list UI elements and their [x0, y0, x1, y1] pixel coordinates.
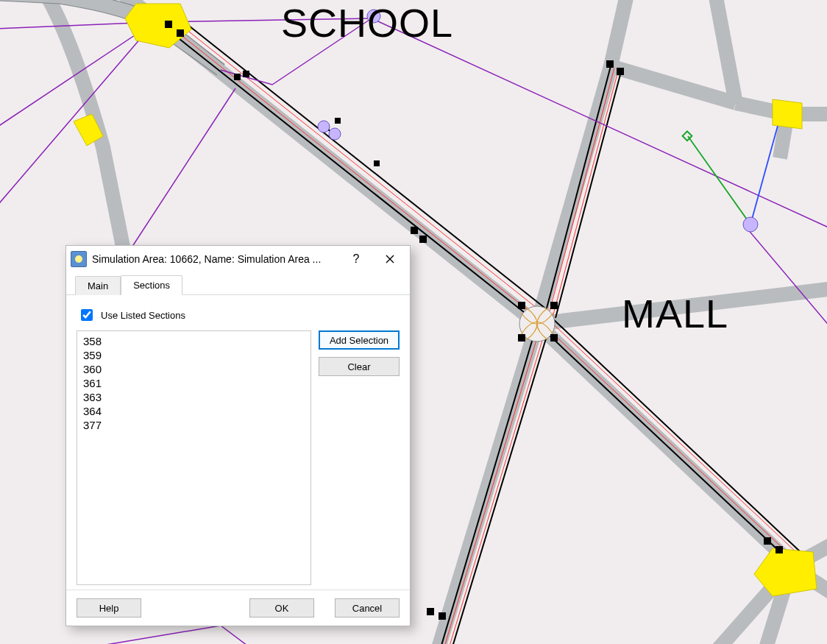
svg-rect-8: [411, 227, 418, 234]
svg-rect-12: [518, 334, 525, 342]
help-icon[interactable]: ?: [339, 248, 373, 270]
list-item[interactable]: 358: [82, 334, 306, 348]
svg-rect-14: [606, 60, 614, 68]
tab-bar: Main Sections: [66, 272, 410, 295]
dialog-footer: Help OK Cancel: [66, 590, 410, 626]
add-selection-button[interactable]: Add Selection: [319, 330, 400, 350]
svg-point-21: [318, 121, 330, 132]
svg-rect-17: [775, 546, 783, 553]
clear-button[interactable]: Clear: [319, 357, 400, 376]
sections-listbox[interactable]: 358359360361363364377: [77, 330, 311, 585]
tab-main[interactable]: Main: [75, 276, 121, 295]
list-item[interactable]: 363: [82, 390, 306, 404]
svg-rect-7: [374, 160, 380, 166]
app-icon: [71, 251, 87, 267]
dialog-title: Simulation Area: 10662, Name: Simulation…: [92, 253, 339, 265]
svg-rect-3: [234, 74, 241, 80]
svg-rect-6: [335, 118, 341, 124]
svg-rect-19: [439, 612, 446, 620]
ok-button[interactable]: OK: [249, 598, 314, 618]
use-listed-sections-row[interactable]: Use Listed Sections: [78, 307, 400, 323]
svg-rect-15: [617, 68, 624, 75]
svg-rect-13: [550, 334, 558, 342]
svg-rect-10: [518, 302, 525, 309]
svg-rect-11: [550, 302, 558, 309]
svg-rect-1: [165, 21, 172, 28]
list-item[interactable]: 361: [82, 376, 306, 390]
svg-rect-16: [764, 537, 771, 545]
tab-sections[interactable]: Sections: [121, 275, 182, 295]
simulation-area-dialog: Simulation Area: 10662, Name: Simulation…: [65, 245, 411, 626]
svg-rect-2: [177, 29, 184, 37]
help-button[interactable]: Help: [77, 598, 141, 618]
svg-point-20: [367, 10, 380, 23]
use-listed-sections-label: Use Listed Sections: [101, 310, 185, 321]
svg-rect-9: [419, 236, 427, 243]
svg-rect-18: [427, 608, 434, 615]
svg-rect-4: [243, 71, 249, 77]
svg-point-23: [743, 217, 758, 232]
dialog-titlebar[interactable]: Simulation Area: 10662, Name: Simulation…: [66, 246, 410, 272]
list-item[interactable]: 364: [82, 404, 306, 418]
list-item[interactable]: 360: [82, 362, 306, 376]
list-item[interactable]: 377: [82, 418, 306, 432]
list-item[interactable]: 359: [82, 348, 306, 362]
svg-point-22: [329, 128, 341, 140]
dialog-body: Use Listed Sections 35835936036136336437…: [66, 295, 410, 590]
close-icon[interactable]: [373, 248, 407, 270]
use-listed-sections-checkbox[interactable]: [81, 309, 93, 321]
cancel-button[interactable]: Cancel: [335, 598, 400, 618]
